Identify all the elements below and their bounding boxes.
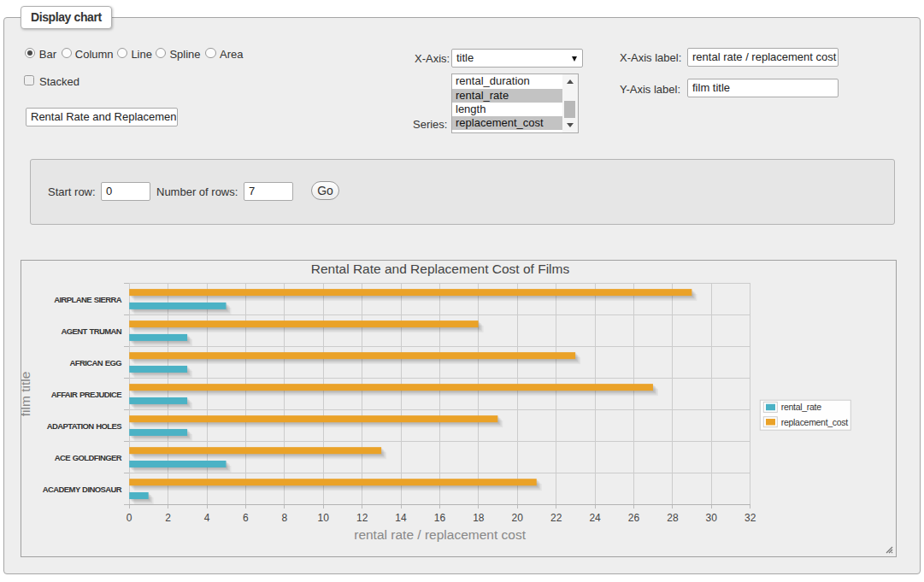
svg-text:4: 4: [204, 512, 210, 524]
svg-text:AGENT TRUMAN: AGENT TRUMAN: [62, 326, 122, 336]
svg-text:6: 6: [243, 512, 249, 524]
svg-text:film title: film title: [21, 372, 32, 417]
svg-text:28: 28: [667, 512, 679, 524]
svg-text:Rental Rate and Replacement Co: Rental Rate and Replacement Cost of Film…: [311, 262, 570, 276]
svg-text:24: 24: [589, 512, 601, 524]
svg-text:AIRPLANE SIERRA: AIRPLANE SIERRA: [54, 295, 121, 304]
svg-text:20: 20: [512, 512, 524, 524]
svg-text:2: 2: [165, 512, 171, 524]
svg-text:rental_rate: rental_rate: [781, 402, 821, 412]
svg-text:ACADEMY DINOSAUR: ACADEMY DINOSAUR: [43, 485, 122, 494]
svg-text:replacement_cost: replacement_cost: [781, 417, 848, 427]
svg-text:AFRICAN EGG: AFRICAN EGG: [69, 358, 121, 367]
svg-text:14: 14: [395, 512, 407, 524]
svg-text:26: 26: [628, 512, 640, 524]
svg-text:rental rate / replacement cost: rental rate / replacement cost: [354, 527, 526, 542]
svg-text:32: 32: [744, 512, 756, 524]
svg-text:0: 0: [127, 512, 132, 524]
svg-text:18: 18: [473, 512, 485, 524]
svg-text:22: 22: [550, 512, 562, 524]
svg-text:AFFAIR PREJUDICE: AFFAIR PREJUDICE: [51, 390, 122, 399]
svg-text:30: 30: [706, 512, 718, 524]
svg-text:ACE GOLDFINGER: ACE GOLDFINGER: [55, 453, 122, 462]
svg-text:8: 8: [281, 512, 287, 524]
svg-text:16: 16: [434, 512, 446, 524]
svg-text:10: 10: [318, 512, 330, 524]
svg-text:ADAPTATION HOLES: ADAPTATION HOLES: [47, 421, 121, 431]
svg-text:12: 12: [356, 512, 368, 524]
